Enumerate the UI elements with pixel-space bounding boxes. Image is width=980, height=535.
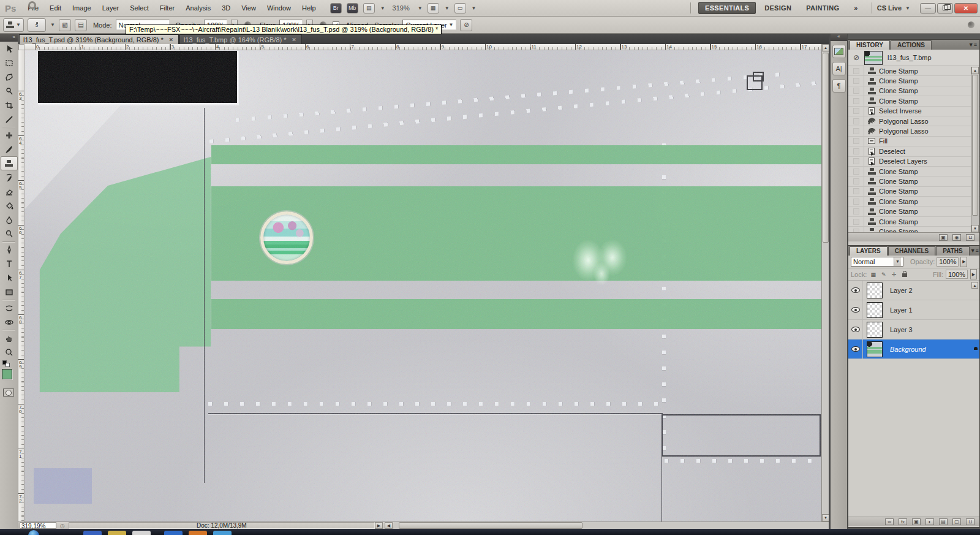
lock-all-icon[interactable] (900, 270, 908, 278)
menu-item[interactable]: Edit (44, 2, 67, 13)
menu-item[interactable]: Select (124, 2, 154, 13)
panel-tab[interactable]: LAYERS (850, 246, 888, 256)
history-source-checkbox[interactable] (848, 86, 864, 96)
new-snapshot-icon[interactable]: ◉ (952, 234, 961, 241)
eyedropper-tool[interactable] (1, 112, 18, 126)
chevron-down-icon[interactable]: ▼ (380, 6, 385, 11)
opacity-slider-arrow[interactable]: ▶ (960, 257, 967, 267)
taskbar-app-icon[interactable] (189, 531, 207, 535)
rectangular-marquee-tool[interactable] (1, 56, 18, 70)
layer-row[interactable]: Layer 3 (848, 320, 979, 340)
history-snapshot-row[interactable]: ⊘ l13_fus_T.bmp (848, 50, 979, 66)
scroll-up-icon[interactable]: ▲ (971, 282, 978, 289)
brush-tool[interactable] (1, 142, 18, 156)
history-source-checkbox[interactable] (848, 217, 864, 226)
cs-live[interactable]: CS Live ▼ (877, 4, 910, 12)
history-source-checkbox[interactable] (848, 107, 864, 116)
vertical-ruler[interactable]: 6 36 46 56 66 76 86 97 07 17 2 (18, 50, 24, 522)
quick-selection-tool[interactable] (1, 84, 18, 98)
workspace-button[interactable]: ESSENTIALS (698, 2, 756, 14)
menu-item[interactable]: Analysis (180, 2, 216, 13)
document-canvas[interactable] (24, 50, 821, 522)
polygonal-lasso-tool[interactable] (1, 70, 18, 84)
history-brush-source-icon[interactable]: ⊘ (848, 53, 864, 62)
horizontal-ruler[interactable]: 01234567891011121314151617 (24, 44, 821, 50)
toggle-clone-source-panel-icon[interactable]: ▤ (75, 19, 87, 31)
document-size-field[interactable]: Doc: 12,0M/13,9M (69, 522, 375, 529)
chevron-down-icon[interactable]: ▼ (445, 6, 450, 11)
delete-state-icon[interactable]: ⊔ (966, 234, 974, 241)
history-entry[interactable]: Polygonal Lasso (848, 116, 979, 126)
close-button[interactable]: ✕ (954, 3, 978, 13)
fill-slider-arrow[interactable]: ▶ (970, 269, 977, 279)
tab-close-icon[interactable] (168, 36, 175, 43)
paragraph-panel-icon[interactable]: ¶ (832, 79, 846, 93)
history-entry[interactable]: Clone Stamp (848, 167, 979, 176)
hand-tool[interactable] (1, 331, 18, 345)
dodge-tool[interactable] (1, 227, 18, 241)
history-source-checkbox[interactable] (848, 167, 864, 176)
bridge-icon[interactable]: Br (330, 3, 342, 13)
toggle-brush-panel-icon[interactable]: ▧ (59, 19, 71, 31)
type-tool[interactable] (1, 257, 18, 271)
eraser-tool[interactable] (1, 184, 18, 199)
menu-item[interactable]: Help (296, 2, 322, 13)
history-source-checkbox[interactable] (848, 146, 864, 156)
history-source-checkbox[interactable] (848, 66, 864, 75)
history-source-checkbox[interactable] (848, 176, 864, 186)
history-entry[interactable]: Fill (848, 137, 979, 146)
taskbar-app-icon[interactable] (132, 531, 151, 535)
clone-stamp-tool[interactable] (1, 156, 18, 170)
arrange-documents-icon[interactable]: ▦ (428, 3, 439, 13)
history-source-checkbox[interactable] (848, 116, 864, 126)
history-entry[interactable]: Clone Stamp (848, 217, 979, 227)
history-entry[interactable]: Clone Stamp (848, 76, 979, 86)
tools-panel-collapse-chevrons[interactable]: » (0, 34, 18, 42)
vertical-scroll-thumb[interactable] (823, 53, 829, 243)
zoom-level-dropdown[interactable]: 319% (390, 4, 412, 12)
lock-pixels-icon[interactable]: ✎ (880, 270, 888, 278)
history-entry[interactable]: Clone Stamp (848, 86, 979, 96)
layer-visibility-toggle[interactable] (848, 320, 863, 339)
history-entry[interactable]: Deselect Layers (848, 157, 979, 167)
rectangle-tool[interactable] (1, 285, 18, 299)
panel-menu-icon[interactable]: ▼≡ (970, 248, 979, 254)
layer-thumbnail[interactable] (867, 283, 883, 298)
layer-group-icon[interactable]: ▤ (939, 518, 948, 525)
panel-tab[interactable]: PATHS (936, 246, 969, 256)
ignore-adjustment-layers-icon[interactable]: ⊘ (460, 19, 472, 31)
history-entry[interactable]: Clone Stamp (848, 96, 979, 106)
workspace-button[interactable]: DESIGN (758, 2, 797, 13)
status-flyout-icon[interactable]: ▶ (375, 522, 383, 529)
history-entry[interactable]: Clone Stamp (848, 187, 979, 197)
scroll-up-icon[interactable]: ▲ (971, 67, 979, 74)
layer-thumbnail[interactable] (867, 322, 883, 338)
screen-mode-icon[interactable]: ▭ (454, 3, 466, 13)
history-source-checkbox[interactable] (848, 96, 864, 105)
history-source-checkbox[interactable] (848, 137, 864, 146)
history-source-checkbox[interactable] (848, 126, 864, 135)
taskbar-app-icon[interactable] (83, 531, 102, 535)
document-tab[interactable]: l13_fus_T.psd @ 319% (Background, RGB/8)… (19, 34, 179, 44)
panel-tab[interactable]: ACTIONS (891, 40, 932, 50)
pen-tool[interactable] (1, 243, 18, 257)
history-entry[interactable]: Deselect (848, 146, 979, 156)
history-source-checkbox[interactable] (848, 207, 864, 216)
blend-mode-select[interactable]: Normal▼ (851, 257, 903, 267)
menu-item[interactable]: Filter (154, 2, 180, 13)
zoom-tool[interactable] (1, 345, 18, 359)
panel-tab[interactable]: CHANNELS (888, 246, 936, 256)
layer-row[interactable]: Background (848, 340, 979, 359)
spot-healing-brush-tool[interactable] (1, 128, 18, 142)
history-entry[interactable]: Clone Stamp (848, 227, 979, 232)
history-scroll-thumb[interactable] (972, 75, 978, 216)
foreground-color-swatch[interactable] (2, 369, 12, 379)
new-document-from-state-icon[interactable]: ▣ (939, 234, 948, 241)
taskbar-app-icon[interactable] (213, 531, 232, 535)
mini-bridge-icon[interactable] (832, 45, 846, 58)
panel-menu-icon[interactable]: ▼≡ (968, 42, 977, 48)
taskbar-app-icon[interactable] (108, 531, 126, 535)
menu-item[interactable]: 3D (216, 2, 236, 13)
history-source-checkbox[interactable] (848, 187, 864, 196)
new-layer-icon[interactable]: ▢ (952, 518, 961, 525)
